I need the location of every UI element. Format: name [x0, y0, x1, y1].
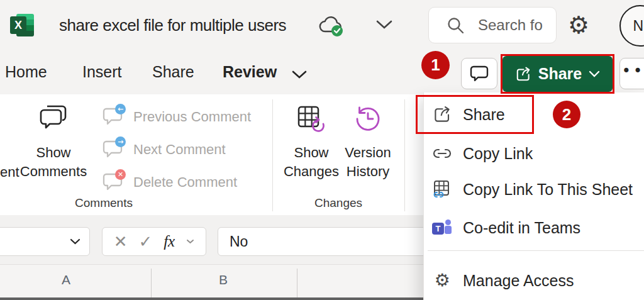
menu-item-coedit-teams[interactable]: T Co-edit in Teams — [424, 213, 644, 243]
show-comments-label-line2: Comments — [20, 162, 87, 181]
annotation-step-1-number: 1 — [431, 55, 440, 75]
tab-insert[interactable]: Insert — [82, 63, 122, 81]
manage-access-gear-icon: ⚙ — [431, 271, 453, 290]
delete-badge-icon: ✕ — [115, 169, 126, 180]
comments-pane-button[interactable] — [461, 58, 497, 89]
menu-item-copy-link[interactable]: Copy Link — [424, 138, 644, 169]
teams-head-shape — [445, 219, 451, 225]
next-comment-icon: → — [102, 139, 125, 160]
title-dropdown-chevron-icon[interactable] — [376, 20, 392, 32]
column-header-b[interactable]: B — [219, 272, 228, 287]
menu-item-share[interactable]: Share — [424, 99, 644, 130]
next-comment-button[interactable]: → Next Comment — [102, 137, 226, 162]
function-chevron-icon[interactable] — [186, 239, 194, 244]
next-comment-label: Next Comment — [133, 142, 226, 158]
delete-comment-button[interactable]: ✕ Delete Comment — [102, 170, 237, 195]
show-changes-icon — [297, 104, 326, 133]
version-history-icon — [353, 104, 382, 133]
menu-item-copy-link-label: Copy Link — [463, 145, 533, 163]
saved-to-cloud-icon[interactable] — [318, 15, 345, 40]
share-dropdown-chevron-icon — [589, 70, 600, 77]
excel-web-window: X share excel file for multiple users Se… — [0, 0, 644, 300]
annotation-step-2-number: 2 — [562, 105, 571, 125]
version-history-button[interactable]: Version History — [338, 104, 398, 181]
teams-body-shape — [445, 226, 452, 234]
insert-function-button[interactable]: fx — [164, 233, 175, 250]
name-box[interactable] — [0, 227, 90, 256]
show-changes-button[interactable]: Show Changes — [281, 104, 341, 181]
excel-logo-icon[interactable]: X — [10, 13, 35, 38]
more-options-button[interactable]: ••• — [619, 58, 644, 89]
delete-comment-icon: ✕ — [102, 172, 125, 193]
formula-controls: ✕ ✓ fx — [102, 227, 206, 256]
arrow-right-badge-icon: → — [115, 136, 126, 147]
menu-item-share-label: Share — [463, 106, 505, 124]
share-icon — [515, 66, 531, 82]
name-box-chevron-icon — [70, 238, 80, 245]
changes-group-label: Changes — [294, 196, 382, 210]
share-button[interactable]: Share — [502, 56, 613, 92]
version-history-label-line2: History — [347, 162, 389, 181]
share-button-label: Share — [538, 65, 582, 83]
previous-comment-label: Previous Comment — [133, 109, 251, 125]
group-divider — [272, 99, 273, 211]
teams-icon: T — [431, 218, 453, 237]
menu-item-coedit-teams-label: Co-edit in Teams — [463, 219, 580, 237]
group-divider — [404, 99, 405, 211]
document-title[interactable]: share excel file for multiple users — [59, 16, 286, 35]
ribbon-display-chevron-icon[interactable] — [292, 70, 307, 82]
show-changes-label-line2: Changes — [284, 162, 339, 181]
comment-bubble-icon — [470, 65, 489, 82]
search-placeholder: Search fo — [478, 16, 543, 34]
confirm-entry-icon[interactable]: ✓ — [139, 232, 153, 251]
show-comments-button[interactable]: Show Comments — [13, 104, 94, 181]
menu-divider — [428, 250, 644, 251]
column-divider — [297, 269, 297, 297]
search-box[interactable]: Search fo — [428, 7, 557, 43]
previous-comment-icon: ← — [102, 106, 125, 128]
formula-value: No — [230, 233, 248, 250]
annotation-step-1-badge: 1 — [421, 51, 450, 79]
arrow-left-badge-icon: ← — [115, 104, 126, 114]
previous-comment-button[interactable]: ← Previous Comment — [102, 104, 251, 130]
link-icon — [431, 147, 453, 160]
settings-gear-icon[interactable]: ⚙ — [568, 11, 589, 39]
show-comments-icon — [37, 104, 70, 133]
tab-review[interactable]: Review — [223, 63, 277, 81]
account-avatar[interactable]: NI — [619, 5, 644, 47]
share-dropdown-menu: Share Copy Link Copy Link To This Sheet — [423, 92, 644, 300]
cancel-entry-icon[interactable]: ✕ — [114, 232, 128, 251]
menu-item-manage-access[interactable]: ⚙ Manage Access — [424, 265, 644, 296]
menu-item-manage-access-label: Manage Access — [463, 272, 574, 290]
search-icon — [447, 16, 464, 34]
version-history-label-line1: Version — [345, 143, 391, 162]
tab-share[interactable]: Share — [152, 63, 194, 81]
column-header-a[interactable]: A — [62, 272, 70, 287]
teams-t-letter: T — [432, 223, 444, 235]
comments-group-label: Comments — [60, 196, 148, 210]
menu-item-copy-link-sheet-label: Copy Link To This Sheet — [463, 181, 633, 199]
share-icon — [431, 105, 453, 124]
tab-home[interactable]: Home — [5, 63, 47, 81]
annotation-step-2-badge: 2 — [553, 101, 580, 128]
top-bar: X share excel file for multiple users Se… — [0, 0, 644, 52]
column-divider — [151, 269, 152, 297]
show-changes-label-line1: Show — [294, 143, 328, 162]
avatar-initials: NI — [633, 18, 644, 35]
delete-comment-label: Delete Comment — [133, 174, 237, 191]
menu-item-copy-link-sheet[interactable]: Copy Link To This Sheet — [424, 174, 644, 204]
sheet-link-icon — [431, 179, 453, 199]
show-comments-label-line1: Show — [36, 143, 70, 162]
excel-logo-x: X — [10, 16, 26, 34]
